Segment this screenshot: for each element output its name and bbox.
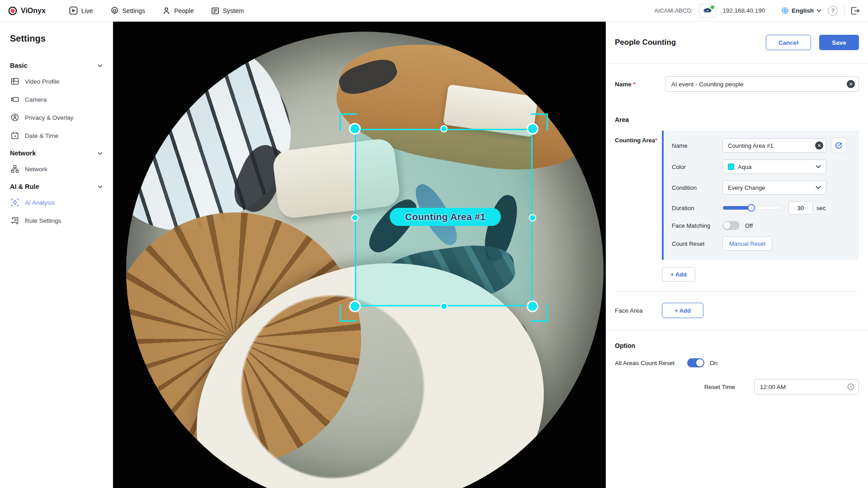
sidebar-item-label: Date & Time bbox=[25, 132, 58, 139]
chevron-down-icon bbox=[98, 64, 103, 67]
camera-live-view[interactable]: Counting Area #1 bbox=[113, 22, 606, 488]
area-face-matching-row: Face Matching Off bbox=[672, 221, 851, 230]
resize-handle-top[interactable] bbox=[440, 125, 448, 132]
nav-people-label: People bbox=[174, 7, 194, 14]
face-area-row: Face Area + Add bbox=[606, 292, 868, 330]
duration-label: Duration bbox=[672, 205, 722, 211]
sidebar-item-camera[interactable]: Camera bbox=[11, 95, 103, 103]
divider bbox=[844, 6, 844, 16]
color-label: Color bbox=[672, 164, 722, 170]
chevron-down-icon bbox=[98, 185, 103, 188]
device-ip: 192.168.40.190 bbox=[722, 7, 765, 14]
sidebar-item-rule-settings[interactable]: Rule Settings bbox=[11, 216, 103, 225]
clear-icon[interactable]: ✕ bbox=[815, 141, 823, 150]
redraw-area-button[interactable] bbox=[831, 138, 846, 153]
nav-system[interactable]: System bbox=[211, 7, 244, 15]
count-reset-label: Count Reset bbox=[672, 240, 722, 247]
rule-settings-icon bbox=[11, 216, 19, 225]
help-icon[interactable]: ? bbox=[828, 6, 838, 16]
settings-sidebar: Settings Basic Video Profile Camera Priv… bbox=[0, 22, 113, 488]
counting-area-overlay-label[interactable]: Counting Area #1 bbox=[390, 208, 501, 226]
clear-icon[interactable]: ✕ bbox=[847, 80, 855, 88]
sidebar-item-label: Network bbox=[25, 166, 47, 173]
topbar-right: AICAM-ABCD: 192.168.40.190 English ? bbox=[654, 4, 860, 18]
nav-settings[interactable]: Settings bbox=[110, 6, 146, 15]
help-mark: ? bbox=[831, 7, 835, 14]
nav-settings-label: Settings bbox=[123, 7, 146, 14]
manual-reset-button[interactable]: Manual Reset bbox=[722, 236, 772, 251]
duration-value-input[interactable] bbox=[788, 201, 813, 215]
add-counting-area-button[interactable]: + Add bbox=[662, 267, 695, 282]
sidebar-item-label: Rule Settings bbox=[25, 217, 61, 224]
sidebar-item-date-time[interactable]: Date & Time bbox=[11, 131, 103, 140]
camera-icon bbox=[11, 95, 19, 103]
slider-thumb[interactable] bbox=[747, 204, 755, 212]
area-name-input[interactable] bbox=[722, 138, 826, 153]
sidebar-section-basic: Basic Video Profile Camera Privacy & Ove… bbox=[10, 62, 103, 140]
chevron-down-icon bbox=[816, 165, 821, 169]
top-nav: Live Settings People System bbox=[69, 6, 244, 15]
area-count-reset-row: Count Reset Manual Reset bbox=[672, 236, 851, 251]
resize-handle-top-right[interactable] bbox=[527, 123, 538, 135]
panel-header: People Counting Cancel Save bbox=[606, 22, 868, 63]
resize-handle-bottom-left[interactable] bbox=[349, 300, 361, 312]
privacy-overlay-icon bbox=[11, 113, 19, 122]
gear-icon bbox=[110, 6, 119, 15]
cancel-button[interactable]: Cancel bbox=[766, 35, 811, 50]
camera-thumbnail[interactable] bbox=[699, 4, 716, 18]
device-name: AICAM-ABCD: bbox=[654, 7, 693, 14]
required-asterisk: * bbox=[633, 81, 636, 88]
color-swatch bbox=[728, 164, 734, 170]
area-duration-row: Duration sec bbox=[672, 201, 851, 215]
refresh-icon bbox=[835, 141, 843, 150]
save-button[interactable]: Save bbox=[819, 35, 859, 50]
event-name-input[interactable] bbox=[665, 76, 859, 92]
language-label: English bbox=[792, 7, 814, 14]
resize-handle-top-left[interactable] bbox=[349, 123, 361, 135]
required-asterisk: * bbox=[655, 137, 657, 144]
sidebar-item-network[interactable]: Network bbox=[11, 165, 103, 173]
people-counting-panel: People Counting Cancel Save Name * ✕ Are… bbox=[606, 22, 868, 488]
sidebar-item-label: Video Profile bbox=[25, 78, 59, 85]
nav-live[interactable]: Live bbox=[69, 6, 93, 15]
area-name-row: Name ✕ bbox=[672, 138, 851, 153]
sidebar-header-ai-rule[interactable]: AI & Rule bbox=[10, 183, 103, 190]
condition-value: Every Change bbox=[728, 184, 765, 191]
language-selector[interactable]: English bbox=[781, 7, 821, 14]
resize-handle-right[interactable] bbox=[529, 214, 536, 221]
resize-handle-bottom-right[interactable] bbox=[527, 300, 538, 312]
reset-time-input[interactable] bbox=[754, 379, 859, 394]
duration-unit: sec bbox=[816, 205, 826, 211]
resize-handle-left[interactable] bbox=[351, 214, 359, 221]
resize-handle-bottom[interactable] bbox=[440, 303, 448, 310]
face-matching-label: Face Matching bbox=[672, 222, 722, 229]
sidebar-item-privacy-overlay[interactable]: Privacy & Overlay bbox=[11, 113, 103, 122]
logout-icon[interactable] bbox=[851, 7, 860, 15]
counting-area-label: Counting Area* bbox=[615, 131, 662, 260]
reset-time-label: Reset Time bbox=[704, 384, 735, 390]
clock-icon[interactable] bbox=[847, 383, 854, 390]
toggle-knob bbox=[696, 359, 703, 366]
sidebar-item-ai-analysis[interactable]: AI Analysis bbox=[11, 198, 103, 206]
condition-select[interactable]: Every Change bbox=[722, 180, 826, 195]
sidebar-header-basic[interactable]: Basic bbox=[10, 62, 103, 69]
toggle-knob bbox=[723, 222, 731, 229]
add-face-area-button[interactable]: + Add bbox=[662, 303, 703, 318]
sidebar-header-network[interactable]: Network bbox=[10, 150, 103, 157]
area-name-label: Name bbox=[672, 142, 722, 149]
sidebar-item-video-profile[interactable]: Video Profile bbox=[11, 77, 103, 85]
color-select[interactable]: Aqua bbox=[722, 160, 826, 174]
system-icon bbox=[211, 7, 219, 15]
face-matching-state: Off bbox=[745, 222, 753, 229]
face-matching-toggle[interactable] bbox=[722, 221, 740, 230]
brand-name: ViOnyx bbox=[21, 7, 46, 15]
area-condition-row: Condition Every Change bbox=[672, 180, 851, 195]
all-areas-count-reset-row: All Areas Count Reset On bbox=[606, 357, 868, 372]
duration-slider[interactable] bbox=[722, 206, 781, 210]
all-areas-count-reset-toggle[interactable] bbox=[687, 358, 704, 367]
nav-people[interactable]: People bbox=[162, 7, 194, 15]
all-areas-count-reset-state: On bbox=[710, 360, 717, 366]
panel-title: People Counting bbox=[615, 38, 676, 47]
counting-area-card: Name ✕ Color Aqua Condition bbox=[662, 131, 859, 260]
top-bar: ViOnyx Live Settings People System bbox=[0, 0, 868, 22]
